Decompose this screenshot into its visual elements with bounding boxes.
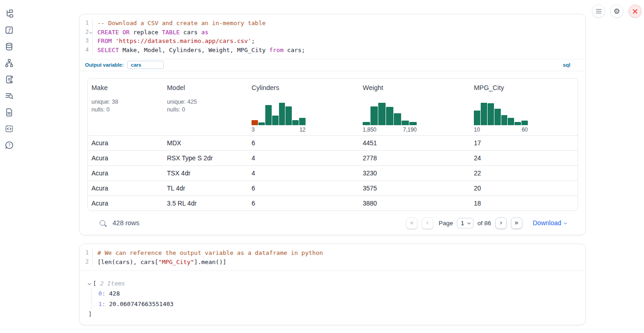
first-page-button[interactable]: «	[406, 217, 418, 229]
column-header-cylinders[interactable]: Cylinders312	[248, 79, 359, 135]
histogram-bar	[363, 122, 370, 125]
table-header: Makeunique: 38nulls: 0Modelunique: 425nu…	[88, 79, 578, 135]
code-token: 'https://datasets.marimo.app/cars.csv'	[115, 37, 251, 44]
sidebar-item-documentation[interactable]	[5, 109, 14, 118]
code-token: CREATE	[97, 29, 119, 36]
code-token	[112, 37, 115, 44]
column-header-make[interactable]: Makeunique: 38nulls: 0	[88, 79, 163, 135]
help-icon: ?	[5, 141, 14, 152]
table-row[interactable]: AcuraTL 4dr6357520	[88, 180, 578, 196]
histogram-bar	[285, 106, 292, 125]
table-cell: MDX	[163, 139, 248, 147]
histogram-bar	[394, 113, 401, 125]
sidebar-item-scratchpad[interactable]	[5, 76, 14, 85]
histogram-bars	[474, 101, 528, 125]
settings-button[interactable]: ⚙	[610, 5, 623, 18]
column-header-model[interactable]: Modelunique: 425nulls: 0	[163, 79, 248, 135]
download-button[interactable]: Download	[533, 219, 566, 227]
histogram-max-label: 7,190	[403, 127, 417, 133]
table-cell: 4451	[359, 139, 470, 147]
page-select-value: 1	[461, 220, 464, 227]
file-tree-icon	[5, 9, 14, 20]
line-number: 2	[80, 28, 93, 37]
sidebar-item-help[interactable]: ?	[5, 142, 14, 151]
code-text: -- Download a CSV and create an in-memor…	[93, 19, 266, 28]
code-text: CREATE OR replace TABLE cars as	[93, 28, 209, 37]
column-histogram: 1,8507,190	[363, 101, 417, 133]
fold-chevron-icon[interactable]	[89, 31, 92, 34]
histogram-bar	[402, 121, 409, 125]
code-line: 3FROM 'https://datasets.marimo.app/cars.…	[80, 37, 585, 46]
output-list-item: 0: 428	[98, 289, 585, 299]
histogram-min-label: 10	[474, 127, 480, 133]
output-list-header[interactable]: [ 2 Items	[88, 279, 585, 289]
search-icon[interactable]	[100, 220, 105, 226]
sql-code-editor[interactable]: 1-- Download a CSV and create an in-memo…	[80, 14, 585, 59]
column-header-weight[interactable]: Weight1,8507,190	[359, 79, 470, 135]
last-page-button[interactable]: »	[511, 217, 522, 229]
histogram-bars	[252, 101, 306, 125]
chevron-down-icon	[467, 221, 470, 224]
dependency-graph-icon	[5, 58, 14, 69]
sidebar-item-dependency-graph[interactable]	[5, 59, 14, 69]
menu-icon	[596, 9, 601, 14]
data-table: Makeunique: 38nulls: 0Modelunique: 425nu…	[87, 78, 578, 211]
column-header-mpg_city[interactable]: MPG_City1060	[470, 79, 578, 135]
code-token: TABLE	[162, 29, 180, 36]
code-line: 2CREATE OR replace TABLE cars as	[80, 28, 585, 37]
table-cell: TL 4dr	[163, 185, 248, 192]
sidebar-item-snippets[interactable]	[5, 125, 14, 134]
histogram-min-label: 3	[252, 127, 255, 133]
close-icon	[633, 9, 638, 14]
code-token: [len(cars), cars[	[97, 259, 158, 265]
next-page-button[interactable]: ›	[495, 217, 507, 229]
histogram-max-label: 12	[300, 127, 306, 133]
code-token: OR	[123, 29, 130, 36]
histogram-bar	[494, 109, 501, 125]
code-token: -- Download a CSV and create an in-memor…	[97, 20, 266, 26]
code-token: replace	[129, 29, 161, 36]
sidebar-item-functions[interactable]: ƒ	[5, 26, 14, 36]
histogram-bar	[258, 122, 265, 125]
histogram-bar	[488, 103, 494, 125]
histogram-bar	[474, 111, 480, 125]
table-cell: 3880	[359, 200, 470, 207]
output-list-entries: 0: 4281: 20.060747663551403	[91, 289, 585, 309]
column-stat: unique: 425	[167, 98, 244, 106]
previous-page-button[interactable]: ‹	[422, 217, 433, 229]
output-variable-input[interactable]	[127, 61, 164, 69]
column-stat: unique: 38	[91, 98, 160, 106]
page-select[interactable]: 1	[457, 218, 473, 228]
table-cell: Acura	[88, 169, 163, 177]
python-code-editor[interactable]: 1# We can reference the output variable …	[80, 244, 585, 271]
table-cell: 4	[248, 169, 359, 177]
histogram-axis-labels: 1060	[474, 127, 528, 133]
table-cell: 3.5 RL 4dr	[163, 200, 248, 207]
table-row[interactable]: Acura3.5 RL 4dr6388018	[88, 196, 578, 211]
menu-button[interactable]	[592, 5, 605, 18]
table-row[interactable]: AcuraTSX 4dr4323022	[88, 165, 578, 180]
table-cell: Acura	[88, 154, 163, 162]
table-row[interactable]: AcuraMDX6445117	[88, 135, 578, 150]
sidebar-item-explorer[interactable]	[5, 10, 14, 19]
close-button[interactable]	[628, 5, 642, 18]
code-token: "MPG_City"	[158, 259, 194, 265]
code-line: 1# We can reference the output variable …	[80, 248, 585, 258]
topbar-actions: ⚙	[592, 5, 642, 18]
histogram-bar	[521, 121, 528, 125]
code-token: ;	[252, 37, 255, 44]
table-row[interactable]: AcuraRSX Type S 2dr4277824	[88, 150, 578, 165]
list-search-icon	[5, 91, 14, 102]
table-cell: 3575	[359, 185, 470, 192]
sidebar-item-datasources[interactable]	[5, 43, 14, 52]
histogram-min-label: 1,850	[363, 127, 376, 133]
histogram-bar	[252, 120, 258, 125]
sql-cell-output: Makeunique: 38nulls: 0Modelunique: 425nu…	[80, 71, 585, 235]
histogram-bar	[299, 118, 306, 125]
table-cell: 6	[248, 185, 359, 192]
code-token: SELECT	[97, 47, 119, 53]
code-line: 1-- Download a CSV and create an in-memo…	[80, 19, 585, 28]
database-icon	[5, 42, 14, 53]
column-name: MPG_City	[474, 84, 574, 91]
sidebar-item-logs[interactable]	[5, 92, 14, 101]
